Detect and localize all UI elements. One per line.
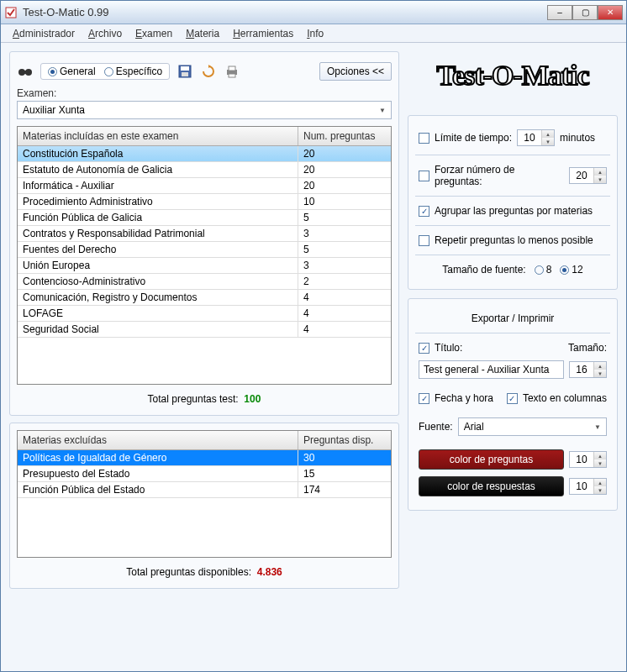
- textocol-checkbox[interactable]: ✓: [507, 393, 518, 404]
- print-icon[interactable]: [224, 63, 240, 80]
- forzar-input[interactable]: [570, 168, 593, 183]
- total-test-value: 100: [244, 393, 261, 405]
- color-resp-spinner[interactable]: ▲▼: [569, 478, 607, 495]
- titulo-label: Título:: [435, 342, 563, 354]
- save-icon[interactable]: [177, 63, 193, 80]
- minimize-button[interactable]: –: [547, 5, 572, 20]
- left-panel: General Específico: [9, 51, 399, 663]
- table-row[interactable]: Función Pública de Galicia5: [18, 210, 391, 226]
- limite-row: Límite de tiempo: ▲▼ minutos: [415, 123, 610, 153]
- total-disp-row: Total preguntas disponibles: 4.836: [17, 558, 392, 581]
- refresh-icon[interactable]: [200, 63, 217, 80]
- forzar-label: Forzar número de preguntas:: [435, 164, 564, 187]
- radio-font-12[interactable]: 12: [560, 264, 582, 276]
- color-resp-input[interactable]: [570, 479, 593, 494]
- color-respuestas-button[interactable]: color de respuestas: [419, 476, 564, 496]
- menu-herramientas[interactable]: Herramientas: [226, 26, 300, 41]
- table-row[interactable]: Procedimiento Administrativo10: [18, 194, 391, 210]
- spin-up-icon[interactable]: ▲: [594, 479, 606, 486]
- table-row[interactable]: Comunicación, Registro y Documentos4: [18, 290, 391, 306]
- spin-down-icon[interactable]: ▼: [594, 370, 606, 377]
- fecha-label: Fecha y hora: [435, 392, 502, 404]
- radio-especifico[interactable]: Específico: [104, 66, 162, 77]
- opciones-button[interactable]: Opciones <<: [319, 62, 392, 81]
- spin-down-icon[interactable]: ▼: [542, 138, 554, 145]
- table-row[interactable]: Contencioso-Administrativo2: [18, 274, 391, 290]
- limite-input[interactable]: [518, 130, 541, 145]
- agrupar-checkbox[interactable]: ✓: [419, 206, 429, 217]
- total-test-row: Total preguntas test: 100: [17, 385, 392, 408]
- menu-materia[interactable]: Materia: [179, 26, 226, 41]
- radio-general[interactable]: General: [48, 66, 96, 77]
- menu-administrador[interactable]: Administrador: [6, 26, 82, 41]
- table-row[interactable]: Fuentes del Derecho5: [18, 242, 391, 258]
- limite-checkbox[interactable]: [419, 133, 429, 144]
- fuente-row: Fuente: Arial ▼: [415, 411, 610, 443]
- spin-down-icon[interactable]: ▼: [594, 459, 606, 467]
- menu-archivo[interactable]: Archivo: [82, 26, 129, 41]
- table-row[interactable]: Función Pública del Estado174: [18, 482, 391, 498]
- export-panel: Exportar / Imprimir ✓ Título: Tamaño: ▲▼…: [408, 298, 618, 511]
- forzar-spinner[interactable]: ▲▼: [569, 167, 607, 184]
- fuente-dropdown[interactable]: Arial ▼: [458, 417, 607, 436]
- fecha-checkbox[interactable]: ✓: [419, 393, 429, 404]
- spin-down-icon[interactable]: ▼: [594, 176, 606, 183]
- spin-down-icon[interactable]: ▼: [594, 486, 606, 494]
- table-row[interactable]: Presupuesto del Estado15: [18, 466, 391, 482]
- fontsize-row: Tamaño de fuente: 8 12: [415, 257, 610, 282]
- color-preg-spinner[interactable]: ▲▼: [569, 451, 607, 468]
- cell-count: 10: [298, 194, 391, 209]
- maximize-button[interactable]: ▢: [572, 5, 598, 20]
- th-numpreguntas[interactable]: Num. preguntas: [298, 127, 391, 145]
- menu-examen[interactable]: Examen: [129, 26, 179, 41]
- color-preg-input[interactable]: [570, 452, 593, 467]
- table-row[interactable]: Políticas de Igualdad de Género30: [18, 450, 391, 466]
- tamano-label: Tamaño:: [568, 342, 607, 354]
- spin-up-icon[interactable]: ▲: [594, 168, 606, 176]
- th-materias[interactable]: Materias incluídas en este examen: [18, 127, 298, 145]
- titulo-size-spinner[interactable]: ▲▼: [569, 361, 607, 378]
- th-excluidas[interactable]: Materias excluídas: [18, 431, 298, 449]
- table-row[interactable]: Estatuto de Autonomía de Galicia20: [18, 162, 391, 178]
- fuente-value: Arial: [464, 421, 484, 433]
- forzar-checkbox[interactable]: [419, 171, 429, 181]
- cell-name: Constitución Española: [18, 146, 298, 161]
- spin-up-icon[interactable]: ▲: [594, 452, 606, 459]
- window-title: Test-O-Matic 0.99: [23, 6, 109, 18]
- close-button[interactable]: ✕: [598, 5, 623, 20]
- fecha-texto-row: ✓ Fecha y hora ✓ Texto en columnas: [415, 386, 610, 411]
- titulo-size-input[interactable]: [570, 362, 593, 377]
- right-panel: Test-O-Matic Límite de tiempo: ▲▼ minuto…: [408, 51, 618, 663]
- titulo-checkbox[interactable]: ✓: [419, 343, 429, 354]
- th-pregdisp[interactable]: Preguntas disp.: [298, 431, 391, 449]
- table-empty-space: [18, 498, 391, 557]
- forzar-row: Forzar número de preguntas: ▲▼: [415, 157, 610, 194]
- color-preguntas-button[interactable]: color de preguntas: [419, 449, 564, 470]
- excluded-body: Políticas de Igualdad de Género30Presupu…: [18, 450, 391, 498]
- cell-count: 5: [298, 210, 391, 225]
- menu-info[interactable]: Info: [300, 26, 330, 41]
- table-row[interactable]: Seguridad Social4: [18, 322, 391, 338]
- app-icon: [4, 6, 18, 19]
- spin-up-icon[interactable]: ▲: [542, 130, 554, 138]
- table-row[interactable]: Unión Europea3: [18, 258, 391, 274]
- table-row[interactable]: LOFAGE4: [18, 306, 391, 322]
- spin-up-icon[interactable]: ▲: [594, 362, 606, 370]
- svg-rect-9: [229, 74, 235, 77]
- table-row[interactable]: Informática - Auxiliar20: [18, 178, 391, 194]
- examen-dropdown[interactable]: Auxiliar Xunta ▼: [17, 101, 392, 119]
- cell-name: Fuentes del Derecho: [18, 242, 298, 257]
- window-controls: – ▢ ✕: [547, 5, 623, 20]
- titulo-input[interactable]: [419, 360, 564, 379]
- exam-panel: General Específico: [9, 51, 399, 416]
- repetir-checkbox[interactable]: [419, 235, 429, 246]
- svg-rect-3: [24, 71, 27, 74]
- cell-name: Comunicación, Registro y Documentos: [18, 290, 298, 305]
- table-row[interactable]: Constitución Española20: [18, 146, 391, 162]
- radio-font-8[interactable]: 8: [535, 264, 552, 276]
- binoculars-icon[interactable]: [17, 63, 34, 80]
- table-row[interactable]: Contratos y Responsabilidad Patrimonial3: [18, 226, 391, 242]
- radio-general-label: General: [60, 66, 96, 77]
- limite-spinner[interactable]: ▲▼: [517, 129, 555, 146]
- fontsize-label: Tamaño de fuente:: [442, 264, 525, 276]
